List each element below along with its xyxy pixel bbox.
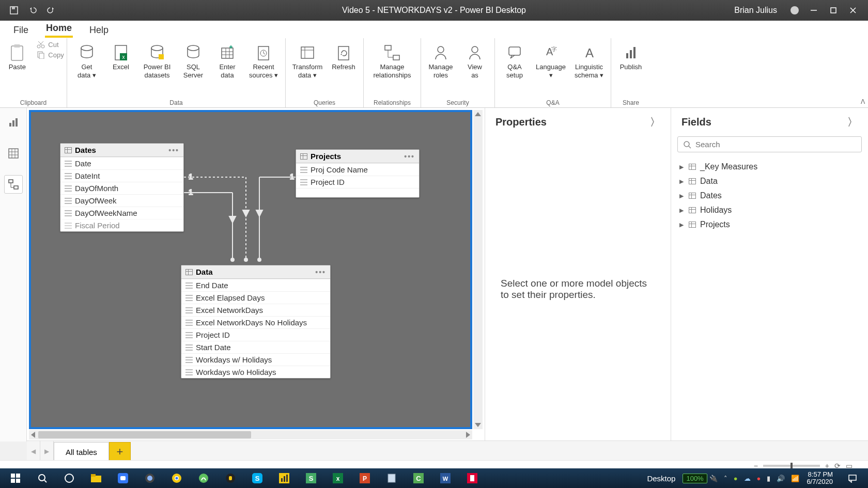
cut-button[interactable]: Cut [37, 40, 64, 49]
page-tab-all-tables[interactable]: All tables [54, 442, 109, 461]
more-icon[interactable]: ••• [404, 152, 415, 161]
paste-button[interactable]: Paste [3, 40, 32, 71]
add-page-button[interactable]: + [109, 442, 131, 461]
refresh-button[interactable]: Refresh [329, 40, 358, 71]
language-button[interactable]: A字Language ▾ [534, 40, 567, 79]
excel-taskbar-icon[interactable]: x [326, 470, 350, 486]
chevron-right-icon[interactable]: 〉 [847, 115, 858, 129]
transform-data-button[interactable]: Transform data ▾ [291, 40, 324, 79]
app-icon[interactable] [460, 470, 485, 486]
volume-icon[interactable]: 🔊 [777, 475, 785, 482]
vertical-scrollbar[interactable] [473, 110, 483, 429]
redo-icon[interactable] [47, 6, 56, 15]
tray-chevron-icon[interactable]: ˄ [724, 475, 727, 482]
page-nav-prev[interactable]: ◀ [27, 441, 40, 461]
powerpoint-icon[interactable]: P [352, 470, 377, 486]
powerbi-taskbar-icon[interactable] [272, 470, 297, 486]
notepad-icon[interactable] [379, 470, 404, 486]
maximize-button[interactable] [829, 6, 838, 15]
app-icon[interactable] [191, 470, 216, 486]
column-row[interactable]: DateInt [60, 169, 183, 182]
copy-button[interactable]: Copy [37, 51, 64, 59]
column-row[interactable]: Excel NetworkDays No Holidays [181, 316, 330, 328]
column-row[interactable]: DayOfWeekName [60, 207, 183, 219]
undo-icon[interactable] [28, 6, 37, 15]
excel-button[interactable]: xExcel [106, 40, 135, 71]
column-row[interactable]: Workdays w/o Holidays [181, 366, 330, 378]
column-row[interactable]: Fiscal Period [60, 219, 183, 231]
save-icon[interactable] [9, 6, 19, 15]
horizontal-scrollbar[interactable] [29, 430, 472, 439]
file-explorer-icon[interactable] [84, 470, 109, 486]
recent-sources-button[interactable]: Recent sources ▾ [247, 40, 280, 79]
page-nav-next[interactable]: ▶ [40, 441, 54, 461]
column-row[interactable]: Project ID [181, 328, 330, 341]
tab-home[interactable]: Home [45, 21, 73, 38]
word-icon[interactable]: W [433, 470, 458, 486]
pbi-datasets-button[interactable]: Power BI datasets [141, 40, 174, 79]
search-taskbar-button[interactable] [30, 470, 55, 486]
taskbar-clock[interactable]: 8:57 PM 6/7/2020 [807, 471, 833, 486]
model-view-button[interactable] [4, 175, 23, 194]
column-row[interactable]: Start Date [181, 341, 330, 353]
column-row[interactable]: End Date [181, 279, 330, 291]
chevron-right-icon[interactable]: 〉 [650, 115, 660, 129]
system-tray[interactable]: 🔌 ˄ ● ☁ ● ▮ 🔊 📶 [709, 475, 800, 482]
more-icon[interactable]: ••• [168, 146, 179, 154]
field-table-row[interactable]: ▶Data [677, 174, 862, 188]
tray-dot-icon[interactable]: ● [757, 475, 761, 482]
skype-icon[interactable]: S [245, 470, 270, 486]
field-table-row[interactable]: ▶Holidays [677, 203, 862, 217]
sql-server-button[interactable]: SQL Server [179, 40, 208, 79]
minimize-button[interactable] [809, 6, 818, 15]
column-row[interactable]: Date [60, 157, 183, 169]
start-button[interactable] [3, 470, 28, 486]
data-view-button[interactable] [4, 144, 23, 163]
column-row[interactable]: Workdays w/ Holidays [181, 353, 330, 366]
notifications-icon[interactable] [840, 470, 865, 486]
column-row[interactable]: DayOfMonth [60, 182, 183, 194]
app-icon[interactable] [137, 470, 162, 486]
column-row[interactable]: Excel Elapsed Days [181, 291, 330, 304]
manage-relationships-button[interactable]: Manage relationships [369, 40, 415, 79]
column-row[interactable]: Proj Code Name [296, 163, 419, 176]
search-input[interactable] [695, 140, 856, 149]
chrome-icon[interactable] [164, 470, 189, 486]
app-icon[interactable] [218, 470, 243, 486]
model-canvas[interactable]: 1 1 1 [29, 110, 472, 429]
view-as-button[interactable]: View as [460, 40, 489, 79]
qa-setup-button[interactable]: Q&A setup [500, 40, 529, 79]
fields-search[interactable] [677, 136, 862, 152]
power-icon[interactable]: 🔌 [709, 475, 718, 482]
field-table-row[interactable]: ▶_Key Measures [677, 160, 862, 174]
snagit-icon[interactable]: S [299, 470, 323, 486]
cortana-icon[interactable] [57, 470, 82, 486]
onedrive-icon[interactable]: ☁ [744, 475, 751, 482]
zoom-slider[interactable] [763, 465, 820, 467]
linguistic-schema-button[interactable]: ALinguistic schema ▾ [572, 40, 606, 79]
field-table-row[interactable]: ▶Dates [677, 188, 862, 203]
column-row[interactable]: Excel NetworkDays [181, 304, 330, 316]
entity-dates[interactable]: Dates••• Date DateInt DayOfMonth DayOfWe… [60, 143, 184, 232]
entity-projects[interactable]: Projects••• Proj Code Name Project ID [296, 149, 420, 198]
app-icon[interactable] [111, 470, 135, 486]
camtasia-icon[interactable]: C [406, 470, 431, 486]
more-icon[interactable]: ••• [315, 268, 326, 276]
avatar-icon[interactable] [791, 6, 799, 14]
column-row[interactable]: Project ID [296, 176, 419, 188]
manage-roles-button[interactable]: Manage roles [426, 40, 455, 79]
enter-data-button[interactable]: Enter data [213, 40, 242, 79]
user-name[interactable]: Brian Julius [734, 6, 777, 15]
close-button[interactable] [848, 6, 858, 15]
entity-data[interactable]: Data••• End Date Excel Elapsed Days Exce… [181, 265, 331, 379]
field-table-row[interactable]: ▶Projects [677, 217, 862, 232]
tab-help[interactable]: Help [88, 23, 110, 38]
wifi-icon[interactable]: 📶 [791, 475, 799, 482]
get-data-button[interactable]: Get data ▾ [72, 40, 101, 79]
ribbon-collapse-icon[interactable]: ᐱ [861, 98, 865, 105]
report-view-button[interactable] [4, 113, 23, 132]
tray-dot-icon[interactable]: ● [734, 475, 738, 482]
tray-icon[interactable]: ▮ [767, 475, 770, 482]
column-row[interactable]: DayOfWeek [60, 194, 183, 207]
desktop-toolbar-label[interactable]: Desktop [647, 474, 675, 483]
